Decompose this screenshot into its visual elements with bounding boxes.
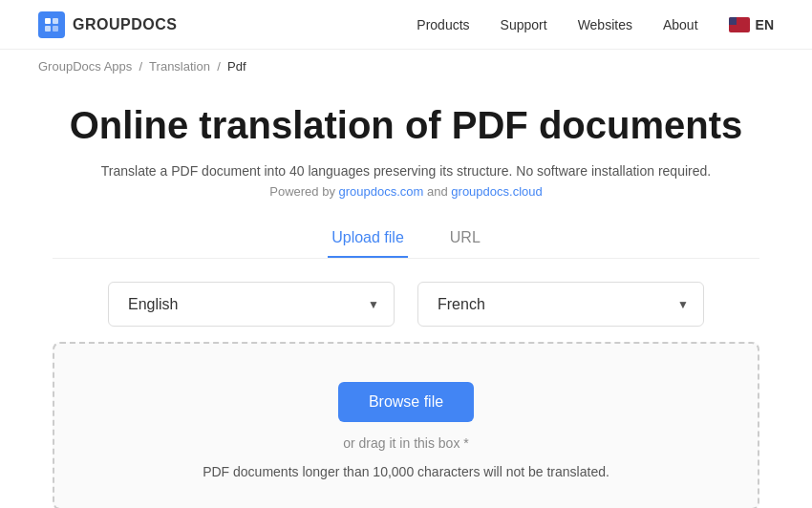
- powered-by: Powered by groupdocs.com and groupdocs.c…: [53, 184, 759, 199]
- nav-products[interactable]: Products: [417, 17, 469, 32]
- tab-upload-file[interactable]: Upload file: [328, 222, 408, 258]
- source-language-select[interactable]: English French German Spanish: [108, 282, 395, 327]
- logo-text: GROUPDOCS: [73, 16, 177, 33]
- tabs: Upload file URL: [53, 222, 759, 259]
- groupdocs-cloud-link[interactable]: groupdocs.cloud: [451, 184, 542, 199]
- groupdocs-com-link[interactable]: groupdocs.com: [339, 184, 424, 199]
- page-title: Online translation of PDF documents: [53, 102, 759, 148]
- tab-url[interactable]: URL: [446, 222, 484, 258]
- breadcrumb-current: Pdf: [227, 59, 246, 74]
- nav-about[interactable]: About: [663, 17, 698, 32]
- breadcrumb: GroupDocs Apps / Translation / Pdf: [0, 50, 812, 83]
- svg-rect-3: [53, 26, 58, 32]
- language-row: English French German Spanish ▼ French E…: [53, 282, 759, 327]
- source-language-wrapper: English French German Spanish ▼: [108, 282, 395, 327]
- flag-icon: [729, 17, 750, 32]
- browse-file-button[interactable]: Browse file: [338, 382, 474, 422]
- svg-rect-0: [45, 18, 51, 24]
- drag-text: or drag it in this box *: [74, 435, 738, 451]
- svg-rect-1: [53, 18, 58, 24]
- nav-support[interactable]: Support: [501, 17, 547, 32]
- breadcrumb-translation[interactable]: Translation: [149, 59, 210, 74]
- nav-websites[interactable]: Websites: [578, 17, 632, 32]
- subtitle: Translate a PDF document into 40 languag…: [53, 163, 759, 179]
- lang-code: EN: [756, 17, 774, 32]
- dropzone[interactable]: Browse file or drag it in this box * PDF…: [53, 342, 759, 508]
- target-language-wrapper: French English German Spanish ▼: [417, 282, 704, 327]
- logo[interactable]: GROUPDOCS: [38, 11, 177, 38]
- breadcrumb-groupdocs[interactable]: GroupDocs Apps: [38, 59, 132, 74]
- limit-text: PDF documents longer than 10,000 charact…: [74, 464, 738, 479]
- logo-icon: [38, 11, 65, 38]
- main-nav: Products Support Websites About: [417, 17, 697, 32]
- target-language-select[interactable]: French English German Spanish: [417, 282, 704, 327]
- language-selector[interactable]: EN: [729, 17, 774, 32]
- svg-rect-2: [45, 26, 51, 32]
